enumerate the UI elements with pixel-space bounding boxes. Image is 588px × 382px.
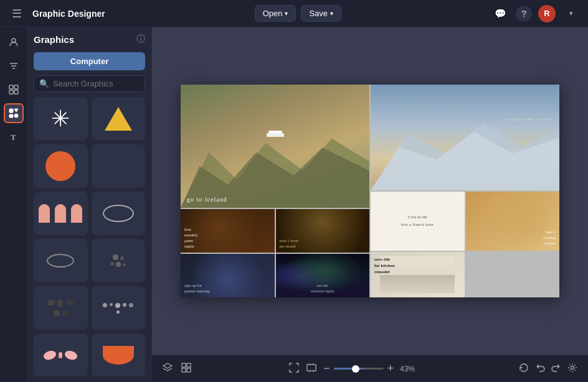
zoom-out-button[interactable]: − [323, 362, 330, 375]
avatar[interactable]: R [538, 5, 556, 22]
grid-view-icon[interactable] [181, 362, 192, 376]
game-text: hostmonthlygamenights [184, 226, 198, 249]
zoom-value: 43% [400, 365, 422, 373]
rail-shapes-icon[interactable] [4, 103, 24, 123]
pastry-text: take 4cookingclasses [543, 229, 556, 246]
app-title: Graphic Designer [32, 9, 105, 19]
refresh-icon[interactable] [518, 362, 529, 376]
save-button[interactable]: Save ▾ [301, 5, 341, 22]
svg-marker-16 [371, 132, 559, 190]
graphic-item-bow[interactable] [34, 333, 88, 376]
redo-icon[interactable] [551, 362, 562, 376]
svg-point-9 [14, 114, 18, 118]
graphic-item-white-dots[interactable] [92, 286, 146, 330]
svg-rect-21 [307, 365, 316, 371]
search-icon: 🔍 [39, 79, 49, 88]
svg-rect-18 [187, 363, 191, 367]
panel-header: Graphics ⓘ [34, 34, 145, 45]
dots-scatter-icon: · · · · ·· · · · ·· · · · · [108, 155, 128, 177]
rail-people-icon[interactable] [4, 32, 24, 52]
svg-rect-5 [14, 85, 18, 89]
bubble-dots-icon [110, 254, 126, 267]
graphic-item-blob-dark[interactable] [34, 286, 88, 330]
panel-title: Graphics [34, 34, 74, 45]
svg-rect-20 [187, 368, 191, 372]
zoom-slider[interactable] [334, 368, 384, 370]
fullscreen-icon[interactable] [288, 362, 300, 376]
ellipse-small-icon [47, 254, 74, 268]
search-box: 🔍 [34, 75, 145, 92]
canvas-area: go to iceland hostmonthlygamenights [152, 27, 588, 382]
undo-icon[interactable] [534, 362, 546, 376]
layers-icon[interactable] [162, 362, 173, 376]
topbar-center: Open ▾ Save ▾ [255, 5, 341, 22]
bottom-toolbar: − + 43% [152, 355, 588, 382]
svg-rect-8 [9, 109, 13, 113]
menu-icon[interactable]: ☰ [7, 4, 26, 23]
account-chevron-icon[interactable]: ▾ [562, 4, 581, 23]
graphic-item-dots-scatter[interactable]: · · · · ·· · · · ·· · · · · [92, 144, 146, 188]
rail-filter-icon[interactable] [4, 56, 24, 76]
svg-marker-11 [14, 109, 18, 112]
topbar: ☰ Graphic Designer Open ▾ Save ▾ 💬 ? R ▾ [0, 0, 588, 27]
topbar-left: ☰ Graphic Designer [7, 4, 105, 23]
rail-grid-icon[interactable] [4, 80, 24, 100]
svg-rect-6 [9, 90, 13, 94]
orange-half-icon [103, 346, 134, 365]
graphic-item-snowflake[interactable]: ✳ [34, 97, 88, 141]
resize-icon[interactable] [306, 362, 317, 376]
graphic-item-circle[interactable] [34, 144, 88, 188]
ellipse-icon [103, 205, 134, 222]
svg-text:T: T [11, 133, 16, 142]
graphic-item-bubble-dots[interactable] [92, 239, 146, 282]
svg-point-0 [12, 39, 16, 42]
lights-text: see thenorthern lights [311, 282, 334, 294]
dance-text: sign up forpartner dancing [184, 282, 210, 294]
comment-icon[interactable]: 💬 [491, 4, 510, 23]
svg-rect-19 [182, 368, 186, 372]
svg-rect-4 [9, 85, 13, 89]
iceland-text: go to iceland [187, 196, 227, 203]
search-input[interactable] [53, 79, 152, 88]
svg-point-22 [571, 366, 574, 369]
kitchen-text: save 20kfor kitchenremodel [374, 257, 395, 275]
snowflake-icon: ✳ [51, 106, 70, 132]
arch-icon [39, 204, 82, 223]
zoom-control: − + [323, 362, 394, 375]
bow-icon [44, 351, 77, 360]
circle-icon [45, 151, 75, 181]
zoom-in-button[interactable]: + [387, 362, 394, 375]
help-icon[interactable]: ? [516, 6, 532, 22]
tutor-text: C'est la Viehire a french tutor [401, 214, 434, 228]
rail-text-icon[interactable]: T [4, 127, 24, 147]
white-dots-icon [103, 303, 134, 314]
graphic-item-arch[interactable] [34, 192, 88, 235]
canvas-container[interactable]: go to iceland hostmonthlygamenights [152, 27, 588, 355]
svg-rect-7 [14, 90, 18, 94]
graphic-item-triangle[interactable] [92, 97, 146, 141]
open-button[interactable]: Open ▾ [255, 5, 296, 22]
icon-rail: T [0, 27, 27, 382]
bottom-left-tools [162, 362, 192, 376]
bottom-right-tools [518, 362, 578, 376]
settings-icon[interactable] [567, 362, 578, 376]
blob-dots-icon [45, 300, 76, 317]
info-icon[interactable]: ⓘ [136, 34, 145, 45]
triangle-icon [105, 107, 132, 131]
summit-text: summit mt. hood [505, 116, 553, 123]
graphics-panel: Graphics ⓘ Computer 🔍 ✳ · · · · ·· · · ·… [27, 27, 152, 382]
book-text: read 1 bookper month [280, 238, 299, 249]
bottom-center-tools: − + 43% [192, 362, 518, 376]
svg-rect-10 [9, 114, 13, 118]
topbar-right: 💬 ? R ▾ [491, 4, 581, 23]
main-area: T Graphics ⓘ Computer 🔍 ✳ [0, 27, 588, 382]
moodboard-canvas[interactable]: go to iceland hostmonthlygamenights [181, 85, 559, 297]
svg-rect-17 [182, 363, 186, 367]
graphics-grid: ✳ · · · · ·· · · · ·· · · · · [34, 97, 145, 376]
graphic-item-ellipse-sm[interactable] [34, 239, 88, 282]
computer-button[interactable]: Computer [34, 52, 145, 70]
graphic-item-orange-half[interactable] [92, 333, 146, 376]
graphic-item-ellipse[interactable] [92, 192, 146, 235]
